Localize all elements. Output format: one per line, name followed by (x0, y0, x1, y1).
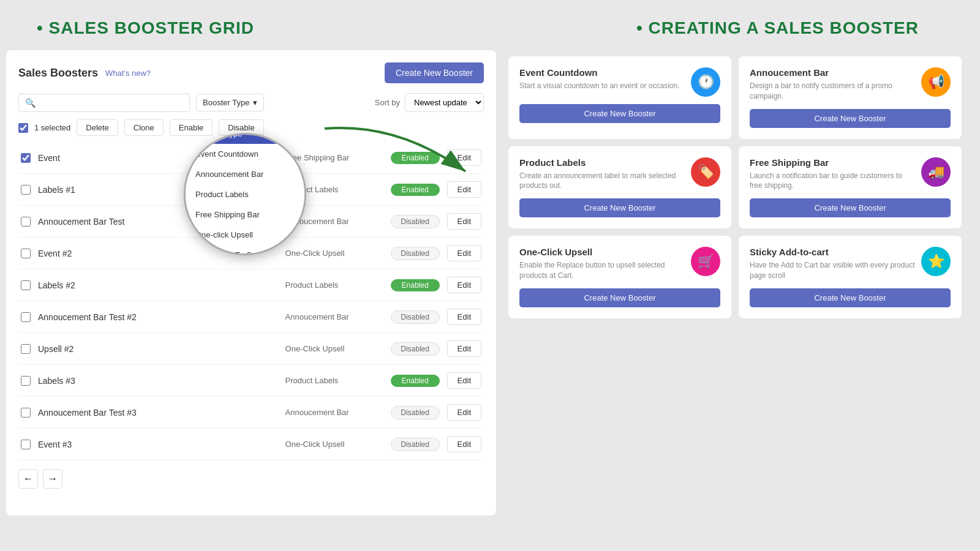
delete-button[interactable]: Delete (77, 119, 118, 136)
booster-card: Product Labels Create an announcement la… (508, 146, 731, 229)
row-type: One-Click Upsell (285, 440, 383, 449)
card-create-button[interactable]: Create New Booster (519, 198, 720, 217)
booster-card: Annoucement Bar Design a bar to notify c… (739, 56, 962, 139)
table-row: Annoucement Bar Test #3 Annoucement Bar … (18, 397, 484, 429)
arrow-container (306, 116, 490, 192)
enable-button[interactable]: Enable (170, 119, 213, 136)
edit-button[interactable]: Edit (447, 213, 481, 230)
booster-card: One-Click Upsell Enable the Replace butt… (508, 236, 731, 318)
card-title: Free Shipping Bar (750, 157, 915, 168)
card-title: Sticky Add-to-cart (750, 247, 915, 257)
row-type: One-Click Upsell (285, 249, 383, 258)
panel-header: Sales Boosters What's new? Create New Bo… (18, 62, 484, 83)
card-create-button[interactable]: Create New Booster (519, 288, 720, 307)
right-page-title: CREATING A SALES BOOSTER (636, 18, 919, 38)
dropdown-item[interactable]: Announcement Bar (186, 164, 304, 184)
sort-label: Sort by (375, 98, 400, 107)
card-create-button[interactable]: Create New Booster (750, 109, 951, 128)
card-header: Annoucement Bar Design a bar to notify c… (750, 67, 951, 102)
card-icon-cart: 🛒 (691, 247, 720, 276)
right-panel: Event Countdown Start a visual countdown… (496, 50, 974, 515)
card-create-button[interactable]: Create New Booster (750, 198, 951, 217)
create-new-booster-button[interactable]: Create New Booster (385, 62, 484, 83)
row-name: Event #3 (38, 440, 278, 449)
edit-button[interactable]: Edit (447, 245, 481, 261)
chevron-down-icon: ▾ (253, 98, 257, 107)
card-desc: Start a visual countdown to an event or … (519, 81, 685, 91)
table-row: Event #3 One-Click Upsell Disabled Edit (18, 429, 484, 460)
edit-button[interactable]: Edit (447, 340, 481, 357)
select-all-checkbox[interactable] (18, 123, 28, 133)
filter-row: 🔍 Booster Type ▾ Sort by Newest update O… (18, 93, 484, 112)
row-checkbox[interactable] (21, 217, 31, 227)
search-input[interactable] (39, 98, 183, 107)
row-type: One-Click Upsell (285, 344, 383, 353)
card-header: Sticky Add-to-cart Have the Add to Cart … (750, 247, 951, 281)
filter-label: Booster Type (203, 98, 249, 107)
row-checkbox[interactable] (21, 249, 31, 258)
edit-button[interactable]: Edit (447, 277, 481, 293)
card-create-button[interactable]: Create New Booster (750, 288, 951, 307)
top-header: SALES BOOSTER GRID CREATING A SALES BOOS… (0, 0, 980, 50)
card-desc: Launch a notification bar to guide custo… (750, 171, 915, 192)
whats-new-link[interactable]: What's new? (105, 69, 151, 78)
card-icon-star: ⭐ (921, 247, 951, 276)
booster-type-dropdown[interactable]: Booster Type ▾ (196, 94, 264, 111)
left-page-title: SALES BOOSTER GRID (37, 18, 254, 38)
status-badge: Enabled (391, 279, 440, 291)
clone-button[interactable]: Clone (124, 119, 164, 136)
row-name: Labels #3 (38, 376, 278, 386)
booster-card: Free Shipping Bar Launch a notification … (739, 146, 962, 229)
table-row: Upsell #2 One-Click Upsell Disabled Edit (18, 333, 484, 365)
prev-page-button[interactable]: ← (18, 469, 38, 489)
search-icon: 🔍 (25, 98, 36, 108)
card-icon-tag: 🏷️ (691, 157, 720, 187)
status-badge: Enabled (391, 375, 440, 387)
card-icon-clock: 🕐 (691, 67, 720, 97)
row-type: Annoucement Bar (285, 312, 383, 321)
row-checkbox[interactable] (21, 376, 31, 386)
sort-select[interactable]: Newest update Oldest update Name A-Z (405, 93, 484, 112)
edit-button[interactable]: Edit (447, 372, 481, 389)
edit-button[interactable]: Edit (447, 436, 481, 452)
status-badge: Disabled (391, 215, 440, 228)
card-header: One-Click Upsell Enable the Replace butt… (519, 247, 720, 281)
status-badge: Disabled (391, 438, 440, 451)
card-header: Event Countdown Start a visual countdown… (519, 67, 720, 97)
row-checkbox[interactable] (21, 312, 31, 322)
row-name: Upsell #2 (38, 344, 278, 354)
row-type: Product Labels (285, 376, 383, 385)
row-checkbox[interactable] (21, 408, 31, 418)
row-checkbox[interactable] (21, 280, 31, 290)
card-icon-truck: 🚚 (921, 157, 951, 187)
status-badge: Disabled (391, 342, 440, 356)
edit-button[interactable]: Edit (447, 309, 481, 325)
card-create-button[interactable]: Create New Booster (519, 104, 720, 123)
status-badge: Disabled (391, 247, 440, 260)
table-row: Labels #2 Product Labels Enabled Edit (18, 269, 484, 301)
row-checkbox[interactable] (21, 153, 31, 163)
card-icon-megaphone: 📢 (921, 67, 951, 97)
row-name: Annoucement Bar Test #2 (38, 312, 278, 322)
card-desc: Have the Add to Cart bar visible with ev… (750, 260, 915, 281)
card-title: Annoucement Bar (750, 67, 915, 78)
main-content: Sales Boosters What's new? Create New Bo… (0, 50, 980, 515)
card-desc: Enable the Replace button to upsell sele… (519, 260, 685, 281)
status-badge: Disabled (391, 406, 440, 419)
card-desc: Design a bar to notify customers of a pr… (750, 81, 915, 102)
search-box[interactable]: 🔍 (18, 94, 190, 112)
table-row: Labels #3 Product Labels Enabled Edit (18, 365, 484, 397)
sort-row: Sort by Newest update Oldest update Name… (375, 93, 484, 112)
pagination: ← → (18, 469, 484, 489)
card-title: One-Click Upsell (519, 247, 685, 257)
card-header: Product Labels Create an announcement la… (519, 157, 720, 192)
row-checkbox[interactable] (21, 344, 31, 354)
row-checkbox[interactable] (21, 440, 31, 449)
status-badge: Disabled (391, 310, 440, 324)
dropdown-item[interactable]: Free Shipping Bar (186, 204, 304, 225)
dropdown-item[interactable]: Product Labels (186, 184, 304, 204)
row-name: Labels #2 (38, 280, 278, 290)
row-checkbox[interactable] (21, 185, 31, 195)
next-page-button[interactable]: → (43, 469, 62, 489)
edit-button[interactable]: Edit (447, 404, 481, 421)
